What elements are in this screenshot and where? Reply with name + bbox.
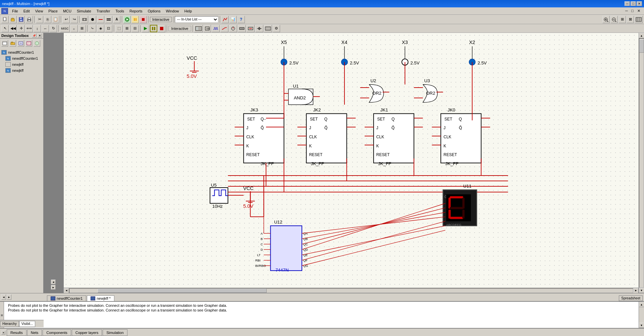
text-button[interactable]: A	[113, 16, 120, 23]
menu-help[interactable]: Help	[182, 8, 195, 14]
menu-mcu[interactable]: MCU	[60, 8, 74, 14]
hscroll-right[interactable]: ►	[633, 288, 639, 293]
hscroll-thumb[interactable]	[98, 289, 267, 293]
spreadsheet-tab[interactable]: Spreadsheet	[619, 295, 643, 301]
toolbox-icon-5[interactable]	[34, 40, 40, 47]
t2-hier[interactable]: ⊡	[105, 25, 112, 32]
canvas-area[interactable]: VCC 5.0V X5 2.5V X4 2.5V X3 2.5V X2 2	[64, 33, 639, 293]
t2-rotate[interactable]: ↻	[50, 25, 57, 32]
close-button[interactable]: ✕	[637, 1, 642, 6]
menu-simulate[interactable]: Simulate	[74, 8, 94, 14]
menu-file[interactable]: File	[9, 8, 21, 14]
oscilloscope-button[interactable]	[194, 25, 203, 32]
menu-place[interactable]: Place	[46, 8, 60, 14]
hscroll-left[interactable]: ◄	[64, 288, 69, 293]
pause-btn[interactable]	[131, 16, 139, 23]
paste-button[interactable]: 📋	[52, 16, 59, 23]
toolbox-icon-3[interactable]	[17, 40, 24, 47]
instrument-6[interactable]	[238, 25, 246, 32]
sim-play-button[interactable]	[142, 25, 149, 32]
multimeter-button[interactable]: VM	[204, 25, 211, 32]
instrument-5[interactable]	[229, 25, 237, 32]
zoom-out-button[interactable]	[610, 16, 618, 23]
sim-pause-button[interactable]	[150, 25, 157, 32]
stop-btn[interactable]	[140, 16, 147, 23]
t2-btn1[interactable]: ⬚	[115, 25, 123, 32]
toolbox-icon-4[interactable]	[25, 40, 32, 47]
tab-scroll-left[interactable]: ◄	[1, 294, 6, 300]
msg-scroll-up[interactable]: ▲	[639, 302, 644, 307]
in-use-list[interactable]: --- In-Use List ---	[175, 16, 218, 23]
zoom-in-button[interactable]	[602, 16, 610, 23]
menu-tools[interactable]: Tools	[113, 8, 127, 14]
waveform-button[interactable]	[212, 25, 220, 32]
left-scroll-up[interactable]: ◄	[51, 280, 56, 284]
menu-reports[interactable]: Reports	[127, 8, 145, 14]
toolbox-close-button[interactable]: ✕	[37, 34, 42, 38]
junction-button[interactable]	[89, 16, 96, 23]
grapher-button[interactable]: 📊	[229, 16, 237, 23]
sim-stop-button[interactable]	[158, 25, 165, 32]
bode-button[interactable]	[220, 25, 228, 32]
t2-arrow[interactable]: ↖	[1, 25, 9, 32]
tree-item-0[interactable]: N newdffCounter1	[1, 49, 42, 55]
t2-move[interactable]: ✛	[17, 25, 25, 32]
tree-item-3[interactable]: N newjkff	[1, 67, 42, 74]
t2-net[interactable]: ◈	[97, 25, 104, 32]
new-button[interactable]	[1, 16, 9, 23]
t2-move2[interactable]: ⟺	[25, 25, 33, 32]
help-button[interactable]: ?	[237, 16, 245, 23]
cut-button[interactable]: ✂	[36, 16, 43, 23]
settings-button[interactable]: ⚙	[273, 25, 280, 32]
simulate-btn[interactable]	[123, 16, 131, 23]
tree-item-1[interactable]: N newdffCounter1	[1, 55, 42, 61]
maximize-button[interactable]: □	[631, 1, 636, 6]
zoom-area-button[interactable]: ⊠	[627, 16, 634, 23]
t2-misc[interactable]: MISC	[60, 25, 70, 32]
redo-button[interactable]: ↪	[70, 16, 78, 23]
mdi-close-button[interactable]: ✕	[637, 9, 643, 13]
tab-scroll-right[interactable]: ►	[7, 294, 11, 300]
zoom-fit-button[interactable]: ⊞	[619, 16, 626, 23]
status-tab-simulation[interactable]: Simulation	[103, 329, 127, 336]
status-tab-copper-layers[interactable]: Copper layers	[72, 329, 102, 336]
menu-options[interactable]: Options	[145, 8, 163, 14]
open-button[interactable]	[9, 16, 17, 23]
status-tab-components[interactable]: Components	[43, 329, 71, 336]
menu-window[interactable]: Window	[163, 8, 181, 14]
instrument-9[interactable]	[264, 25, 272, 32]
toolbox-icon-1[interactable]	[1, 40, 8, 47]
t2-probe[interactable]: ⬦	[70, 25, 78, 32]
tab-newjkff[interactable]: newjkff *	[87, 295, 114, 301]
wire-button[interactable]	[97, 16, 104, 23]
component-button[interactable]	[81, 16, 88, 23]
t2-flip2[interactable]: ↔	[42, 25, 49, 32]
mdi-restore-button[interactable]: □	[631, 9, 637, 13]
vscroll-up[interactable]: ▲	[639, 33, 644, 38]
toolbox-icon-2[interactable]	[9, 40, 16, 47]
instrument-8[interactable]	[255, 25, 263, 32]
print-button[interactable]	[25, 16, 33, 23]
t2-btn3[interactable]: ⊟	[131, 25, 139, 32]
visibility-tab[interactable]: Visibil...	[19, 321, 35, 327]
msg-scroll-down[interactable]: ▼	[639, 323, 644, 328]
status-tab-nets[interactable]: Nets	[27, 329, 42, 336]
vscroll-down[interactable]: ▼	[639, 288, 644, 293]
panel-close-btn[interactable]: ✕	[1, 331, 5, 335]
t2-flip[interactable]: ↕	[34, 25, 41, 32]
copy-button[interactable]: ⎘	[44, 16, 51, 23]
menu-view[interactable]: View	[33, 8, 46, 14]
minimize-button[interactable]: ─	[625, 1, 630, 6]
instrument-7[interactable]	[247, 25, 255, 32]
menu-edit[interactable]: Edit	[21, 8, 33, 14]
spreadsheet-view-button[interactable]	[635, 16, 643, 23]
bus-button[interactable]	[105, 16, 112, 23]
menu-transfer[interactable]: Transfer	[94, 8, 113, 14]
t2-btn2[interactable]: ⊞	[123, 25, 131, 32]
toolbox-pin-button[interactable]: 📌	[32, 34, 37, 38]
status-tab-results[interactable]: Results	[7, 329, 26, 336]
left-scroll-down[interactable]: ►	[51, 285, 56, 290]
tree-item-2[interactable]: newjkff	[1, 61, 42, 67]
vscroll-thumb[interactable]	[639, 39, 644, 53]
mdi-minimize-button[interactable]: ─	[625, 9, 631, 13]
